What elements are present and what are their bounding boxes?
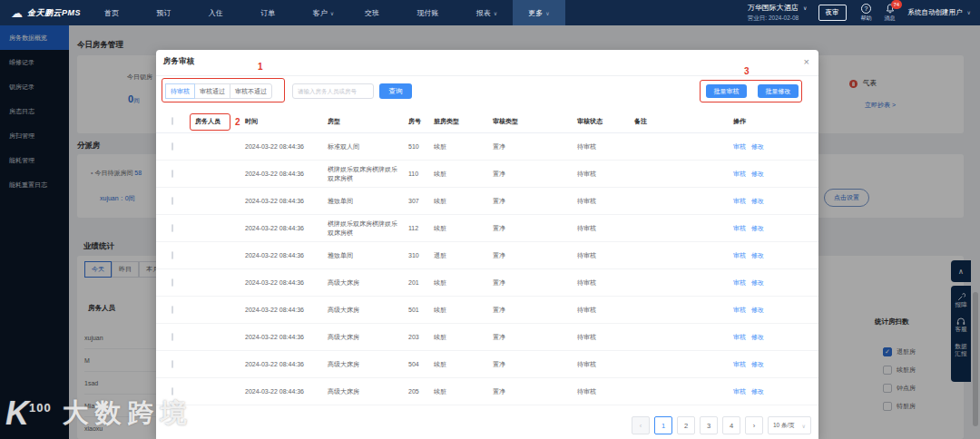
audit-tab[interactable]: 审核不通过: [230, 83, 272, 99]
table-row: 2024-03-22 08:44:36 高级大床房 501 续脏 置净 待审核 …: [156, 297, 818, 324]
search-button[interactable]: 查询: [379, 83, 412, 99]
cell-time: 2024-03-22 08:44:36: [245, 388, 328, 395]
night-audit-button[interactable]: 夜审: [818, 5, 847, 21]
row-checkbox[interactable]: [172, 360, 173, 368]
cell-audit-status: 待审核: [577, 170, 634, 179]
cell-room-type: 棋牌娱乐双床房棋牌娱乐双床房棋: [328, 165, 408, 182]
chevron-down-icon: ∨: [967, 10, 971, 15]
search-input[interactable]: [292, 83, 374, 99]
divider: [156, 75, 818, 76]
cell-room-type: 高级大床房: [328, 306, 408, 314]
menu-item[interactable]: 订单 ∨: [245, 0, 297, 25]
prev-page-button[interactable]: ‹: [632, 416, 650, 434]
cell-room-type: 棋牌娱乐双床房棋牌娱乐双床房棋: [328, 220, 408, 237]
row-checkbox[interactable]: [172, 333, 173, 341]
edit-link[interactable]: 修改: [751, 252, 764, 259]
audit-status-tabs: 待审核 审核通过 审核不通过: [166, 83, 272, 99]
edit-link[interactable]: 修改: [751, 334, 764, 340]
help-button[interactable]: ? 帮助: [861, 4, 872, 23]
cell-time: 2024-03-22 08:44:36: [245, 225, 328, 231]
chevron-down-icon: ∨: [494, 10, 497, 16]
audit-link[interactable]: 审核: [733, 171, 746, 177]
audit-link[interactable]: 审核: [733, 225, 746, 231]
cell-time: 2024-03-22 08:44:36: [245, 334, 328, 340]
batch-audit-button[interactable]: 批量审核: [706, 84, 747, 98]
annotation-label-1: 1: [258, 62, 263, 72]
cell-actions: 审核修改: [733, 142, 804, 151]
row-checkbox[interactable]: [172, 278, 173, 287]
row-checkbox[interactable]: [172, 224, 173, 232]
question-icon: ?: [861, 4, 871, 14]
col-remark: 备注: [634, 117, 733, 126]
audit-link[interactable]: 审核: [733, 143, 746, 150]
cell-actions: 审核修改: [733, 387, 804, 396]
page-number[interactable]: 1: [654, 416, 672, 434]
page-size-select[interactable]: 10 条/页 ∨: [768, 416, 811, 434]
row-checkbox[interactable]: [172, 197, 173, 205]
cell-room-no: 307: [408, 198, 434, 204]
page-number[interactable]: 4: [722, 416, 740, 434]
audit-link[interactable]: 审核: [733, 279, 746, 286]
app-logo-text: 金天鹏云PMS: [27, 7, 81, 19]
edit-link[interactable]: 修改: [751, 361, 764, 367]
close-icon[interactable]: ×: [804, 57, 809, 67]
menu-item[interactable]: 更多 ∨: [513, 0, 564, 25]
cell-room-type: 雅致单间: [328, 251, 408, 259]
menu-item[interactable]: 现付账 ∨: [401, 0, 460, 25]
row-checkbox[interactable]: [172, 251, 173, 259]
menu-item[interactable]: 入住 ∨: [193, 0, 245, 25]
row-checkbox[interactable]: [172, 170, 173, 178]
table-row: 2024-03-22 08:44:36 标准双人间 510 续脏 置净 待审核 …: [156, 133, 818, 161]
cell-time: 2024-03-22 08:44:36: [245, 307, 328, 313]
audit-link[interactable]: 审核: [733, 388, 746, 395]
edit-link[interactable]: 修改: [751, 388, 764, 395]
menu-item[interactable]: 客户 ∨: [298, 0, 349, 25]
audit-link[interactable]: 审核: [733, 307, 746, 313]
edit-link[interactable]: 修改: [751, 279, 764, 286]
cell-audit-status: 待审核: [577, 306, 634, 315]
menu-item[interactable]: 预订 ∨: [141, 0, 192, 25]
top-navbar: ☁ 金天鹏云PMS 首页 ∨ 预订 ∨ 入住 ∨: [0, 0, 980, 25]
row-checkbox[interactable]: [172, 306, 173, 314]
select-all-checkbox[interactable]: [172, 117, 173, 125]
hotel-selector[interactable]: 万华国际大酒店 ∨ 营业日: 2024-02-08: [748, 3, 808, 23]
message-button[interactable]: 74 消息: [885, 4, 896, 23]
audit-link[interactable]: 审核: [733, 252, 746, 259]
cell-audit-status: 待审核: [577, 197, 634, 206]
audit-tab[interactable]: 待审核: [165, 83, 195, 99]
page-number[interactable]: 2: [677, 416, 695, 434]
edit-link[interactable]: 修改: [751, 171, 764, 177]
row-checkbox[interactable]: [172, 387, 173, 395]
next-page-button[interactable]: ›: [745, 416, 763, 434]
col-audit-type: 审核类型: [493, 117, 577, 126]
menu-item[interactable]: 首页 ∨: [89, 0, 141, 25]
chevron-down-icon: ∨: [330, 10, 334, 16]
cell-audit-status: 待审核: [577, 224, 634, 233]
user-menu[interactable]: 系统自动创建用户 ∨: [908, 8, 972, 17]
edit-link[interactable]: 修改: [751, 143, 764, 150]
edit-link[interactable]: 修改: [751, 225, 764, 231]
cell-audit-status: 待审核: [577, 333, 634, 342]
edit-link[interactable]: 修改: [751, 307, 764, 313]
audit-link[interactable]: 审核: [733, 198, 746, 204]
cell-audit-type: 置净: [493, 306, 577, 315]
cell-audit-type: 置净: [493, 170, 577, 179]
row-checkbox[interactable]: [172, 142, 173, 151]
cell-actions: 审核修改: [733, 333, 804, 342]
audit-tab[interactable]: 审核通过: [194, 83, 230, 99]
pagination: ‹ 1 2 3 4: [632, 416, 811, 434]
page-number[interactable]: 3: [700, 416, 718, 434]
batch-edit-button[interactable]: 批量修改: [758, 84, 799, 98]
cell-actions: 审核修改: [733, 224, 804, 233]
edit-link[interactable]: 修改: [751, 198, 764, 204]
menu-item[interactable]: 报表 ∨: [461, 0, 513, 25]
cell-audit-type: 置净: [493, 333, 577, 342]
audit-link[interactable]: 审核: [733, 334, 746, 340]
cell-actions: 审核修改: [733, 251, 804, 260]
menu-item[interactable]: 交班 ∨: [349, 0, 401, 25]
table-row: 2024-03-22 08:44:36 雅致单间 307 续脏 置净 待审核 审…: [156, 188, 818, 215]
cell-dirty-type: 续脏: [434, 333, 493, 342]
table-row: 2024-03-22 08:44:36 棋牌娱乐双床房棋牌娱乐双床房棋 110 …: [156, 161, 818, 188]
audit-link[interactable]: 审核: [733, 361, 746, 367]
cell-dirty-type: 续脏: [434, 224, 493, 233]
